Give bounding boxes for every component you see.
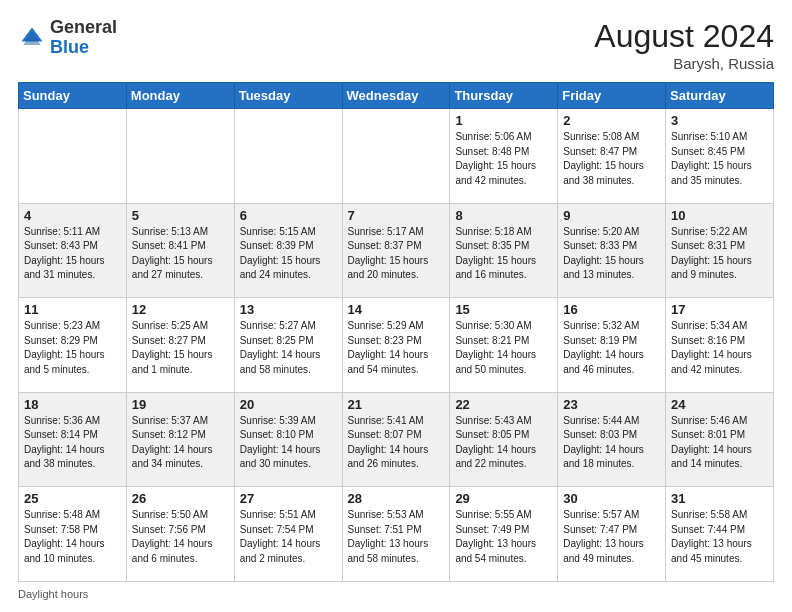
col-saturday: Saturday: [666, 83, 774, 109]
calendar-day: 31Sunrise: 5:58 AM Sunset: 7:44 PM Dayli…: [666, 487, 774, 582]
calendar-day: 19Sunrise: 5:37 AM Sunset: 8:12 PM Dayli…: [126, 392, 234, 487]
col-monday: Monday: [126, 83, 234, 109]
calendar-day: 12Sunrise: 5:25 AM Sunset: 8:27 PM Dayli…: [126, 298, 234, 393]
calendar-day: [342, 109, 450, 204]
day-number: 14: [348, 302, 445, 317]
page: General Blue August 2024 Barysh, Russia …: [0, 0, 792, 612]
day-info: Sunrise: 5:34 AM Sunset: 8:16 PM Dayligh…: [671, 319, 768, 377]
calendar-day: 28Sunrise: 5:53 AM Sunset: 7:51 PM Dayli…: [342, 487, 450, 582]
calendar-day: 10Sunrise: 5:22 AM Sunset: 8:31 PM Dayli…: [666, 203, 774, 298]
day-number: 22: [455, 397, 552, 412]
day-number: 19: [132, 397, 229, 412]
day-info: Sunrise: 5:13 AM Sunset: 8:41 PM Dayligh…: [132, 225, 229, 283]
day-number: 5: [132, 208, 229, 223]
day-info: Sunrise: 5:58 AM Sunset: 7:44 PM Dayligh…: [671, 508, 768, 566]
calendar-day: 24Sunrise: 5:46 AM Sunset: 8:01 PM Dayli…: [666, 392, 774, 487]
day-number: 26: [132, 491, 229, 506]
calendar-day: 16Sunrise: 5:32 AM Sunset: 8:19 PM Dayli…: [558, 298, 666, 393]
calendar-day: 25Sunrise: 5:48 AM Sunset: 7:58 PM Dayli…: [19, 487, 127, 582]
day-number: 17: [671, 302, 768, 317]
day-info: Sunrise: 5:37 AM Sunset: 8:12 PM Dayligh…: [132, 414, 229, 472]
calendar-week-4: 18Sunrise: 5:36 AM Sunset: 8:14 PM Dayli…: [19, 392, 774, 487]
col-thursday: Thursday: [450, 83, 558, 109]
day-info: Sunrise: 5:08 AM Sunset: 8:47 PM Dayligh…: [563, 130, 660, 188]
day-info: Sunrise: 5:55 AM Sunset: 7:49 PM Dayligh…: [455, 508, 552, 566]
day-info: Sunrise: 5:36 AM Sunset: 8:14 PM Dayligh…: [24, 414, 121, 472]
header-row: Sunday Monday Tuesday Wednesday Thursday…: [19, 83, 774, 109]
calendar-day: 7Sunrise: 5:17 AM Sunset: 8:37 PM Daylig…: [342, 203, 450, 298]
footer: Daylight hours: [18, 588, 774, 600]
col-wednesday: Wednesday: [342, 83, 450, 109]
calendar-day: 30Sunrise: 5:57 AM Sunset: 7:47 PM Dayli…: [558, 487, 666, 582]
day-info: Sunrise: 5:20 AM Sunset: 8:33 PM Dayligh…: [563, 225, 660, 283]
day-info: Sunrise: 5:06 AM Sunset: 8:48 PM Dayligh…: [455, 130, 552, 188]
calendar-week-1: 1Sunrise: 5:06 AM Sunset: 8:48 PM Daylig…: [19, 109, 774, 204]
calendar-day: 9Sunrise: 5:20 AM Sunset: 8:33 PM Daylig…: [558, 203, 666, 298]
day-number: 3: [671, 113, 768, 128]
calendar-day: 17Sunrise: 5:34 AM Sunset: 8:16 PM Dayli…: [666, 298, 774, 393]
calendar-day: 3Sunrise: 5:10 AM Sunset: 8:45 PM Daylig…: [666, 109, 774, 204]
day-info: Sunrise: 5:29 AM Sunset: 8:23 PM Dayligh…: [348, 319, 445, 377]
day-info: Sunrise: 5:11 AM Sunset: 8:43 PM Dayligh…: [24, 225, 121, 283]
calendar-day: 22Sunrise: 5:43 AM Sunset: 8:05 PM Dayli…: [450, 392, 558, 487]
day-info: Sunrise: 5:44 AM Sunset: 8:03 PM Dayligh…: [563, 414, 660, 472]
day-number: 8: [455, 208, 552, 223]
calendar-week-3: 11Sunrise: 5:23 AM Sunset: 8:29 PM Dayli…: [19, 298, 774, 393]
title-block: August 2024 Barysh, Russia: [594, 18, 774, 72]
day-info: Sunrise: 5:30 AM Sunset: 8:21 PM Dayligh…: [455, 319, 552, 377]
calendar-day: 4Sunrise: 5:11 AM Sunset: 8:43 PM Daylig…: [19, 203, 127, 298]
day-number: 16: [563, 302, 660, 317]
day-info: Sunrise: 5:46 AM Sunset: 8:01 PM Dayligh…: [671, 414, 768, 472]
logo-blue: Blue: [50, 37, 89, 57]
calendar-day: 13Sunrise: 5:27 AM Sunset: 8:25 PM Dayli…: [234, 298, 342, 393]
day-number: 28: [348, 491, 445, 506]
logo-icon: [18, 24, 46, 52]
day-info: Sunrise: 5:18 AM Sunset: 8:35 PM Dayligh…: [455, 225, 552, 283]
col-sunday: Sunday: [19, 83, 127, 109]
calendar-day: 2Sunrise: 5:08 AM Sunset: 8:47 PM Daylig…: [558, 109, 666, 204]
calendar-day: 15Sunrise: 5:30 AM Sunset: 8:21 PM Dayli…: [450, 298, 558, 393]
day-number: 1: [455, 113, 552, 128]
day-number: 9: [563, 208, 660, 223]
day-info: Sunrise: 5:41 AM Sunset: 8:07 PM Dayligh…: [348, 414, 445, 472]
day-info: Sunrise: 5:48 AM Sunset: 7:58 PM Dayligh…: [24, 508, 121, 566]
calendar-day: [234, 109, 342, 204]
logo-general: General: [50, 17, 117, 37]
day-info: Sunrise: 5:23 AM Sunset: 8:29 PM Dayligh…: [24, 319, 121, 377]
calendar-day: 27Sunrise: 5:51 AM Sunset: 7:54 PM Dayli…: [234, 487, 342, 582]
day-info: Sunrise: 5:15 AM Sunset: 8:39 PM Dayligh…: [240, 225, 337, 283]
calendar-day: 18Sunrise: 5:36 AM Sunset: 8:14 PM Dayli…: [19, 392, 127, 487]
day-number: 25: [24, 491, 121, 506]
day-number: 21: [348, 397, 445, 412]
day-info: Sunrise: 5:10 AM Sunset: 8:45 PM Dayligh…: [671, 130, 768, 188]
day-number: 23: [563, 397, 660, 412]
day-number: 30: [563, 491, 660, 506]
header: General Blue August 2024 Barysh, Russia: [18, 18, 774, 72]
calendar-day: 8Sunrise: 5:18 AM Sunset: 8:35 PM Daylig…: [450, 203, 558, 298]
day-info: Sunrise: 5:53 AM Sunset: 7:51 PM Dayligh…: [348, 508, 445, 566]
col-friday: Friday: [558, 83, 666, 109]
day-number: 7: [348, 208, 445, 223]
calendar-table: Sunday Monday Tuesday Wednesday Thursday…: [18, 82, 774, 582]
day-number: 18: [24, 397, 121, 412]
day-number: 27: [240, 491, 337, 506]
day-info: Sunrise: 5:51 AM Sunset: 7:54 PM Dayligh…: [240, 508, 337, 566]
calendar-day: 5Sunrise: 5:13 AM Sunset: 8:41 PM Daylig…: [126, 203, 234, 298]
day-info: Sunrise: 5:17 AM Sunset: 8:37 PM Dayligh…: [348, 225, 445, 283]
calendar-day: 26Sunrise: 5:50 AM Sunset: 7:56 PM Dayli…: [126, 487, 234, 582]
day-info: Sunrise: 5:25 AM Sunset: 8:27 PM Dayligh…: [132, 319, 229, 377]
calendar-day: 11Sunrise: 5:23 AM Sunset: 8:29 PM Dayli…: [19, 298, 127, 393]
calendar-day: 21Sunrise: 5:41 AM Sunset: 8:07 PM Dayli…: [342, 392, 450, 487]
day-number: 10: [671, 208, 768, 223]
calendar-week-5: 25Sunrise: 5:48 AM Sunset: 7:58 PM Dayli…: [19, 487, 774, 582]
calendar-day: [126, 109, 234, 204]
calendar-day: [19, 109, 127, 204]
calendar-week-2: 4Sunrise: 5:11 AM Sunset: 8:43 PM Daylig…: [19, 203, 774, 298]
logo: General Blue: [18, 18, 117, 58]
day-number: 6: [240, 208, 337, 223]
month-year: August 2024: [594, 18, 774, 55]
calendar-day: 23Sunrise: 5:44 AM Sunset: 8:03 PM Dayli…: [558, 392, 666, 487]
day-number: 24: [671, 397, 768, 412]
day-info: Sunrise: 5:57 AM Sunset: 7:47 PM Dayligh…: [563, 508, 660, 566]
calendar-day: 20Sunrise: 5:39 AM Sunset: 8:10 PM Dayli…: [234, 392, 342, 487]
